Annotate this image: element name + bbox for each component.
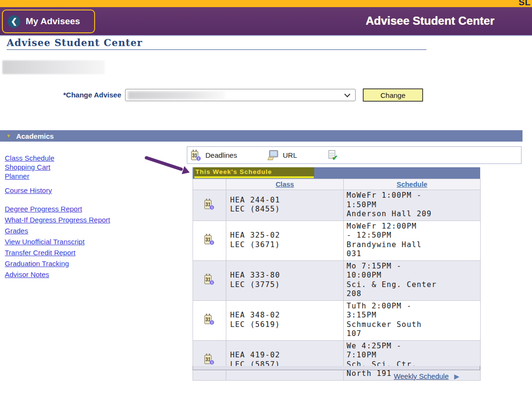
url-label: URL	[283, 151, 297, 159]
redacted-selected-advisee	[128, 91, 225, 99]
sidebar-link[interactable]: Transfer Credit Report	[5, 248, 162, 257]
schedule-row: 31 i HEA 348-02 LEC (5619) TuTh 2:00PM -…	[193, 300, 481, 340]
sidebar-link[interactable]: Course History	[5, 186, 162, 195]
schedule-column-header[interactable]: Schedule	[344, 179, 481, 190]
schedule-row-icon-cell: 31 i	[193, 190, 226, 221]
schedule-row-icon-cell: 31 i	[193, 260, 226, 300]
schedule-row: 31 i HEA 244-01 LEC (8455) MoWeFr 1:00PM…	[193, 190, 481, 221]
back-chevron-icon: ❮	[8, 15, 20, 28]
sidebar-link[interactable]: Degree Progress Report	[5, 204, 162, 213]
top-gold-strip: SL	[0, 0, 532, 7]
schedule-table-footer-strip	[193, 366, 480, 370]
sidebar-link[interactable]: Graduation Tracking	[5, 259, 162, 268]
change-advisee-label: *Change Advisee	[0, 91, 121, 99]
highlighter-annotation: This Week's Schedule	[194, 167, 314, 176]
class-cell: HEA 325-02 LEC (3671)	[226, 220, 344, 260]
sidebar-link[interactable]: Shopping Cart	[5, 163, 162, 172]
change-advisee-row: *Change Advisee Change	[0, 88, 428, 102]
my-advisees-back-button[interactable]: ❮ My Advisees	[2, 10, 95, 33]
checklist-check-icon: ✔	[328, 150, 337, 160]
academics-section-label: Academics	[16, 132, 54, 140]
schedule-row: 31 i HEA 333-80 LEC (3775) Mo 7:15PM - 1…	[193, 260, 481, 300]
sidebar-group-enrollment: Class Schedule Shopping Cart Planner	[5, 153, 162, 181]
schedule-toolbar: 31 i Deadlines URL ✔	[187, 146, 522, 164]
page-title: Advisee Student Center	[7, 37, 143, 48]
sidebar-group-reports: Degree Progress Report What-If Degress P…	[5, 204, 162, 279]
redacted-student-name	[2, 60, 105, 74]
schedule-cell: Mo 7:15PM - 10:00PM Sci. & Eng. Center 2…	[344, 260, 481, 300]
deadlines-button[interactable]: 31 i Deadlines	[191, 150, 237, 161]
change-advisee-select[interactable]	[125, 89, 356, 101]
deadlines-calendar-icon: 31 i	[191, 150, 201, 161]
back-button-label: My Advisees	[26, 16, 80, 27]
academics-section-header[interactable]: ▼ Academics	[0, 130, 522, 142]
header-title: Advisee Student Center	[366, 14, 494, 28]
advisee-student-center-page: SL ❮ My Advisees Advisee Student Center …	[0, 0, 532, 393]
weekly-schedule-row: Weekly Schedule ▶	[193, 372, 480, 381]
schedule-row: 31 i HEA 325-02 LEC (3671) MoWeFr 12:00P…	[193, 220, 481, 260]
enrollment-verification-button[interactable]: ✔	[328, 150, 337, 160]
sidebar-link[interactable]: Planner	[5, 172, 162, 181]
highlighter-underline	[194, 176, 314, 178]
this-weeks-schedule-bar: This Week's Schedule	[193, 167, 480, 179]
schedule-row-icon-cell: 31 i	[193, 220, 226, 260]
sidebar-link[interactable]: View Unofficial Transcript	[5, 237, 162, 246]
class-details-calendar-icon[interactable]: 31 i	[204, 199, 214, 210]
class-details-calendar-icon[interactable]: 31 i	[204, 354, 214, 365]
collapse-triangle-icon[interactable]: ▼	[6, 133, 11, 139]
schedule-cell: MoWeFr 12:00PM - 12:50PM Brandywine Hall…	[344, 220, 481, 260]
class-cell: HEA 244-01 LEC (8455)	[226, 190, 344, 221]
weekly-schedule-table: Class Schedule 31 i HEA 244-01 LEC (84	[193, 179, 481, 381]
sidebar-group-history: Course History	[5, 186, 162, 195]
url-button[interactable]: URL	[268, 150, 297, 160]
heading-underline	[7, 49, 426, 50]
class-details-calendar-icon[interactable]: 31 i	[204, 274, 214, 285]
sidebar-link[interactable]: What-If Degress Progress Report	[5, 215, 162, 224]
academics-sidebar: Class Schedule Shopping Cart Planner Cou…	[5, 153, 162, 281]
deadlines-label: Deadlines	[205, 151, 237, 159]
class-cell: HEA 348-02 LEC (5619)	[226, 300, 344, 340]
schedule-header-row: Class Schedule	[193, 179, 481, 190]
weekly-schedule-arrow-icon[interactable]: ▶	[454, 373, 459, 380]
url-monitor-icon	[268, 150, 279, 160]
clipped-logo-text: SL	[519, 0, 531, 7]
change-button[interactable]: Change	[363, 88, 423, 102]
class-details-calendar-icon[interactable]: 31 i	[204, 314, 214, 325]
weekly-schedule-link[interactable]: Weekly Schedule	[394, 372, 449, 380]
header-bar: ❮ My Advisees Advisee Student Center	[0, 7, 532, 36]
class-details-calendar-icon[interactable]: 31 i	[204, 234, 214, 245]
schedule-row-icon-cell: 31 i	[193, 300, 226, 340]
icon-column-header	[193, 179, 226, 190]
class-column-header[interactable]: Class	[226, 179, 344, 190]
sidebar-link[interactable]: Class Schedule	[5, 153, 162, 163]
sidebar-link[interactable]: Grades	[5, 226, 162, 235]
this-weeks-schedule-title: This Week's Schedule	[194, 168, 272, 175]
class-cell: HEA 333-80 LEC (3775)	[226, 260, 344, 300]
schedule-cell: TuTh 2:00PM - 3:15PM Schmucker South 107	[344, 300, 481, 340]
schedule-cell: MoWeFr 1:00PM - 1:50PM Anderson Hall 209	[344, 190, 481, 221]
chevron-down-icon	[344, 91, 350, 97]
sidebar-link[interactable]: Advisor Notes	[5, 270, 162, 279]
